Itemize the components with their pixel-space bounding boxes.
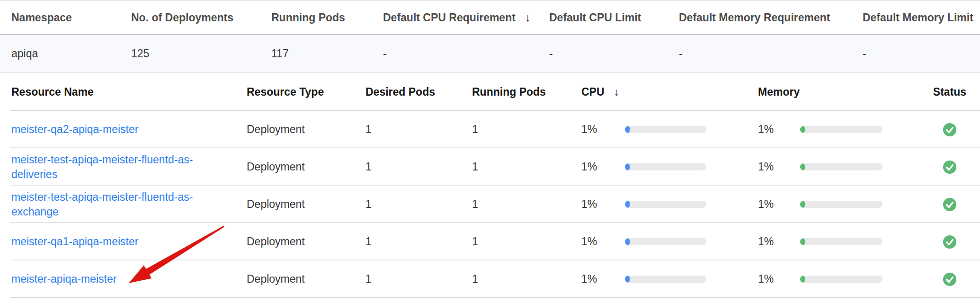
resource-name-link[interactable]: meister-test-apiqa-meister-fluentd-as-de… xyxy=(11,152,198,182)
cpu-usage-bar xyxy=(625,201,706,208)
resource-row: meister-test-apiqa-meister-fluentd-as-ex… xyxy=(0,186,980,223)
memory-percent-value: 1% xyxy=(758,123,800,136)
namespace-row-apiqa[interactable]: apiqa 125 117 - - - - xyxy=(0,35,980,73)
cpu-usage-bar xyxy=(625,238,706,245)
namespace-default-cpu-requirement: - xyxy=(383,47,549,60)
col-header-status[interactable]: Status xyxy=(919,86,980,98)
cpu-usage-bar xyxy=(625,276,706,283)
memory-usage-bar xyxy=(800,163,882,170)
col-header-default-cpu-requirement-label: Default CPU Requirement xyxy=(383,11,516,24)
cpu-usage-bar-fill xyxy=(625,238,630,245)
desired-pods-value: 1 xyxy=(365,161,472,173)
col-header-namespace[interactable]: Namespace xyxy=(11,11,131,24)
desired-pods-value: 1 xyxy=(365,123,472,136)
cpu-percent-value: 1% xyxy=(581,198,625,211)
desired-pods-value: 1 xyxy=(365,198,472,211)
desired-pods-value: 1 xyxy=(365,235,472,248)
resource-row: meister-apiqa-meister Deployment 1 1 1% … xyxy=(0,260,980,298)
memory-usage-bar-fill xyxy=(800,201,805,208)
running-pods-value: 1 xyxy=(472,235,581,248)
memory-usage-bar xyxy=(800,201,882,208)
resource-type: Deployment xyxy=(247,235,365,248)
col-header-resource-type[interactable]: Resource Type xyxy=(247,86,365,98)
running-pods-value: 1 xyxy=(472,273,581,286)
namespace-running-pods-count: 117 xyxy=(271,47,383,60)
col-header-running-pods-resources[interactable]: Running Pods xyxy=(472,86,581,98)
cpu-percent-value: 1% xyxy=(581,123,625,136)
cpu-usage-bar-fill xyxy=(625,276,630,283)
status-success-icon xyxy=(943,161,956,174)
resources-table-header-row: Resource Name Resource Type Desired Pods… xyxy=(0,73,980,111)
col-header-default-cpu-requirement[interactable]: Default CPU Requirement↓ xyxy=(383,11,549,24)
memory-usage-bar-fill xyxy=(800,163,805,170)
cpu-usage-bar-fill xyxy=(625,201,630,208)
resource-name-link[interactable]: meister-qa1-apiqa-meister xyxy=(11,234,138,249)
memory-percent-value: 1% xyxy=(758,161,800,173)
resource-type: Deployment xyxy=(247,123,365,136)
col-header-memory[interactable]: Memory xyxy=(758,86,800,98)
desired-pods-value: 1 xyxy=(365,273,472,286)
resource-name-link[interactable]: meister-qa2-apiqa-meister xyxy=(11,122,138,137)
namespace-default-cpu-limit: - xyxy=(549,47,679,60)
status-success-icon xyxy=(943,123,956,136)
namespace-default-memory-requirement: - xyxy=(679,47,863,60)
status-success-icon xyxy=(943,273,956,286)
namespace-detail-screen: Namespace No. of Deployments Running Pod… xyxy=(0,0,980,304)
namespace-name: apiqa xyxy=(11,47,131,60)
cpu-usage-bar xyxy=(625,163,706,170)
resource-row: meister-test-apiqa-meister-fluentd-as-de… xyxy=(0,148,980,186)
col-header-resource-name[interactable]: Resource Name xyxy=(11,86,247,98)
col-header-default-memory-requirement[interactable]: Default Memory Requirement xyxy=(679,11,863,24)
cpu-usage-bar-fill xyxy=(625,126,630,133)
status-success-icon xyxy=(943,235,956,249)
memory-percent-value: 1% xyxy=(758,198,800,211)
resource-name-link[interactable]: meister-test-apiqa-meister-fluentd-as-ex… xyxy=(11,190,198,219)
namespace-summary-table: Namespace No. of Deployments Running Pod… xyxy=(0,0,980,73)
memory-usage-bar xyxy=(800,238,882,245)
memory-usage-bar-fill xyxy=(800,238,805,245)
memory-usage-bar xyxy=(800,276,882,283)
resource-type: Deployment xyxy=(247,161,365,173)
namespace-deployments-count: 125 xyxy=(131,47,271,60)
namespace-default-memory-limit: - xyxy=(863,47,980,60)
running-pods-value: 1 xyxy=(472,161,581,173)
cpu-percent-value: 1% xyxy=(581,273,625,286)
resource-type: Deployment xyxy=(247,198,365,211)
resource-row: meister-qa2-apiqa-meister Deployment 1 1… xyxy=(0,111,980,148)
col-header-deployments[interactable]: No. of Deployments xyxy=(131,11,271,24)
memory-percent-value: 1% xyxy=(758,235,800,248)
running-pods-value: 1 xyxy=(472,123,581,136)
memory-usage-bar-fill xyxy=(800,276,805,283)
sort-descending-icon[interactable]: ↓ xyxy=(525,11,531,24)
cpu-percent-value: 1% xyxy=(581,235,625,248)
resource-type: Deployment xyxy=(247,273,365,286)
running-pods-value: 1 xyxy=(472,198,581,211)
col-header-desired-pods[interactable]: Desired Pods xyxy=(365,86,472,98)
cpu-usage-bar xyxy=(625,126,706,133)
cpu-usage-bar-fill xyxy=(625,163,630,170)
resources-table: Resource Name Resource Type Desired Pods… xyxy=(0,73,980,298)
col-header-default-memory-limit[interactable]: Default Memory Limit xyxy=(863,11,980,24)
sort-descending-icon[interactable]: ↓ xyxy=(614,86,620,98)
resource-name-link-meister-apiqa-meister[interactable]: meister-apiqa-meister xyxy=(11,272,116,286)
status-success-icon xyxy=(943,198,956,211)
col-header-default-cpu-limit[interactable]: Default CPU Limit xyxy=(549,11,679,24)
resource-row: meister-qa1-apiqa-meister Deployment 1 1… xyxy=(0,223,980,260)
col-header-cpu-label: CPU xyxy=(581,86,605,98)
namespace-table-header-row: Namespace No. of Deployments Running Pod… xyxy=(0,1,980,35)
memory-usage-bar xyxy=(800,126,882,133)
memory-percent-value: 1% xyxy=(758,273,800,286)
cpu-percent-value: 1% xyxy=(581,161,625,173)
col-header-running-pods[interactable]: Running Pods xyxy=(271,11,383,24)
col-header-cpu[interactable]: CPU↓ xyxy=(581,86,625,98)
memory-usage-bar-fill xyxy=(800,126,805,133)
